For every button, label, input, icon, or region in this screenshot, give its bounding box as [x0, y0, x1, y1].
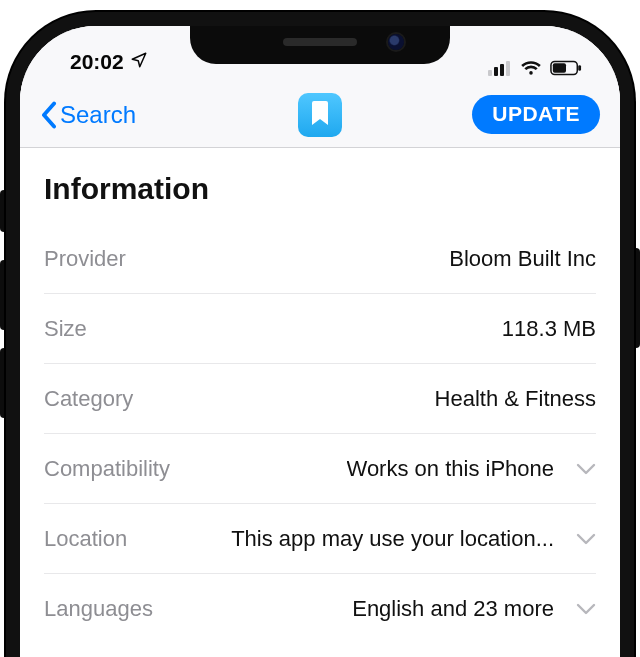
update-button[interactable]: UPDATE [472, 95, 600, 134]
row-location[interactable]: Location This app may use your location.… [44, 504, 596, 574]
svg-rect-2 [500, 64, 504, 76]
cellular-signal-icon [488, 60, 512, 76]
wifi-icon [520, 60, 542, 76]
row-value: English and 23 more [352, 596, 554, 622]
row-value: Health & Fitness [435, 386, 596, 412]
screen: 20:02 [20, 26, 620, 657]
row-label: Compatibility [44, 456, 170, 482]
svg-rect-1 [494, 67, 498, 76]
phone-frame: 20:02 [6, 12, 634, 657]
row-label: Provider [44, 246, 126, 272]
location-services-icon [130, 50, 148, 74]
row-value: This app may use your location... [231, 526, 554, 552]
row-label: Size [44, 316, 87, 342]
svg-rect-3 [506, 61, 510, 76]
front-camera [388, 34, 404, 50]
content: Information Provider Bloom Built Inc Siz… [20, 148, 620, 644]
row-label: Languages [44, 596, 153, 622]
chevron-down-icon [576, 603, 596, 615]
chevron-down-icon [576, 463, 596, 475]
back-label: Search [60, 101, 136, 129]
row-value: Works on this iPhone [347, 456, 554, 482]
speaker-grille [283, 38, 357, 46]
svg-rect-5 [553, 63, 566, 72]
row-languages[interactable]: Languages English and 23 more [44, 574, 596, 644]
update-label: UPDATE [492, 102, 580, 125]
row-label: Category [44, 386, 133, 412]
row-category: Category Health & Fitness [44, 364, 596, 434]
chevron-down-icon [576, 533, 596, 545]
back-button[interactable]: Search [40, 101, 136, 129]
notch [190, 24, 450, 64]
section-title: Information [44, 172, 596, 206]
row-label: Location [44, 526, 127, 552]
app-icon [298, 93, 342, 137]
row-compatibility[interactable]: Compatibility Works on this iPhone [44, 434, 596, 504]
row-size: Size 118.3 MB [44, 294, 596, 364]
row-value: 118.3 MB [502, 316, 596, 342]
row-value: Bloom Built Inc [449, 246, 596, 272]
chevron-left-icon [40, 101, 58, 129]
svg-rect-6 [578, 65, 581, 71]
svg-rect-0 [488, 70, 492, 76]
nav-bar: Search UPDATE [20, 82, 620, 148]
clock-label: 20:02 [70, 50, 124, 74]
bookmark-icon [310, 100, 330, 130]
battery-icon [550, 60, 582, 76]
row-provider: Provider Bloom Built Inc [44, 224, 596, 294]
